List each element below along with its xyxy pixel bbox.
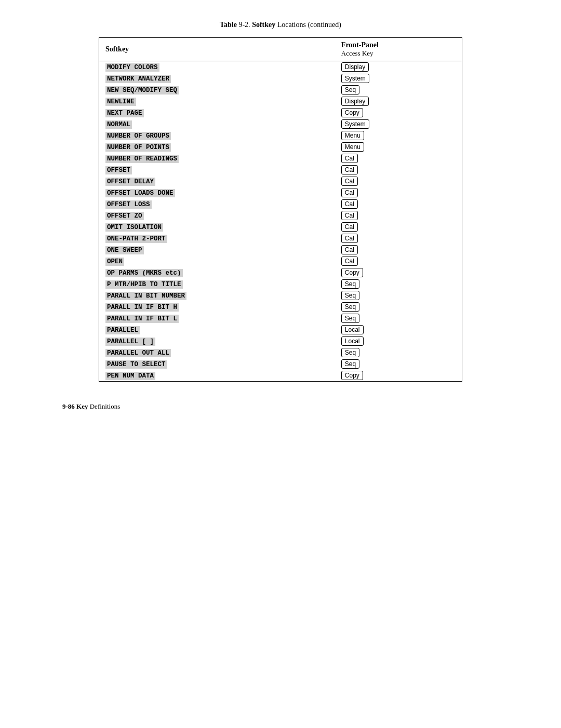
table-row: NUMBER OF POINTSMenu <box>99 141 462 153</box>
key-badge: Seq <box>341 85 359 95</box>
access-key-cell: Cal <box>335 221 462 233</box>
table-row: PARALL IN IF BIT LSeq <box>99 313 462 324</box>
table-row: OP PARMS (MKRS etc)Copy <box>99 267 462 278</box>
table-row: PARALLEL [ ]Local <box>99 335 462 347</box>
softkey-cell: NEWLINE <box>99 96 335 107</box>
table-row: NUMBER OF GROUPSMenu <box>99 130 462 141</box>
softkey-cell: NEXT PAGE <box>99 107 335 118</box>
softkey-cell: NORMAL <box>99 118 335 130</box>
page-title: Table 9-2. Softkey Locations (continued) <box>31 21 530 29</box>
access-key-cell: Seq <box>335 301 462 313</box>
softkey-label: PARALLEL OUT ALL <box>105 349 171 357</box>
softkey-cell: NUMBER OF READINGS <box>99 153 335 164</box>
access-key-cell: Cal <box>335 164 462 176</box>
table-row: PARALLELLocal <box>99 324 462 335</box>
table-row: PARALL IN BIT NUMBERSeq <box>99 290 462 301</box>
access-key-cell: Cal <box>335 233 462 244</box>
softkey-label: OFFSET ZO <box>105 212 144 220</box>
access-key-cell: Cal <box>335 176 462 187</box>
key-badge: Seq <box>341 279 359 289</box>
softkey-label: NUMBER OF GROUPS <box>105 132 171 140</box>
softkey-cell: OMIT ISOLATION <box>99 221 335 233</box>
table-row: NEWLINEDisplay <box>99 96 462 107</box>
table-row: ONE-PATH 2-PORTCal <box>99 233 462 244</box>
access-key-cell: Seq <box>335 278 462 290</box>
key-badge: Seq <box>341 348 359 357</box>
col-frontpanel-header: Front-Panel Access Key <box>335 38 462 61</box>
softkey-cell: PARALL IN IF BIT H <box>99 301 335 313</box>
softkey-cell: PARALLEL OUT ALL <box>99 347 335 358</box>
access-key-cell: Local <box>335 335 462 347</box>
softkey-table: Softkey Front-Panel Access Key MODIFY CO… <box>99 37 462 382</box>
softkey-label: OMIT ISOLATION <box>105 223 163 232</box>
table-row: OFFSET ZOCal <box>99 210 462 221</box>
softkey-cell: NUMBER OF POINTS <box>99 141 335 153</box>
softkey-label: PARALLEL <box>105 326 140 334</box>
title-softkey-bold: Softkey <box>252 21 275 29</box>
page-footer: 9-86 Key Definitions <box>31 402 530 411</box>
key-badge: Cal <box>341 165 358 174</box>
footer-text: Definitions <box>90 402 121 410</box>
key-badge: Cal <box>341 222 358 232</box>
access-key-cell: Seq <box>335 290 462 301</box>
col2-header-main: Front-Panel <box>341 41 379 49</box>
access-key-cell: Cal <box>335 153 462 164</box>
table-row: NEXT PAGECopy <box>99 107 462 118</box>
access-key-cell: Cal <box>335 187 462 198</box>
softkey-label: MODIFY COLORS <box>105 63 159 72</box>
title-number: 9-2. <box>238 21 252 29</box>
softkey-label: PARALL IN IF BIT L <box>105 315 179 323</box>
softkey-cell: PARALLEL <box>99 324 335 335</box>
table-row: NETWORK ANALYZERSystem <box>99 73 462 84</box>
table-row: OFFSET DELAYCal <box>99 176 462 187</box>
softkey-label: OPEN <box>105 258 124 266</box>
softkey-cell: PARALL IN BIT NUMBER <box>99 290 335 301</box>
table-row: P MTR/HPIB TO TITLESeq <box>99 278 462 290</box>
softkey-cell: MODIFY COLORS <box>99 61 335 73</box>
key-badge: System <box>341 119 369 129</box>
access-key-cell: Display <box>335 61 462 73</box>
table-row: OFFSET LOADS DONECal <box>99 187 462 198</box>
key-badge: Local <box>341 325 364 334</box>
softkey-label: ONE SWEEP <box>105 246 144 254</box>
softkey-cell: NETWORK ANALYZER <box>99 73 335 84</box>
softkey-label: OP PARMS (MKRS etc) <box>105 269 183 277</box>
softkey-cell: PEN NUM DATA <box>99 370 335 382</box>
softkey-label: NEXT PAGE <box>105 109 144 117</box>
softkey-label: PAUSE TO SELECT <box>105 360 167 369</box>
access-key-cell: Cal <box>335 210 462 221</box>
softkey-cell: OPEN <box>99 255 335 267</box>
softkey-cell: OP PARMS (MKRS etc) <box>99 267 335 278</box>
table-row: NORMALSystem <box>99 118 462 130</box>
softkey-label: PEN NUM DATA <box>105 372 155 380</box>
access-key-cell: Local <box>335 324 462 335</box>
table-row: PEN NUM DATACopy <box>99 370 462 382</box>
softkey-cell: PARALL IN IF BIT L <box>99 313 335 324</box>
title-suffix: Locations (continued) <box>277 21 341 29</box>
key-badge: Copy <box>341 108 363 117</box>
access-key-cell: Copy <box>335 107 462 118</box>
key-badge: Cal <box>341 154 358 163</box>
col-softkey-header: Softkey <box>99 38 335 61</box>
access-key-cell: System <box>335 73 462 84</box>
softkey-cell: ONE SWEEP <box>99 244 335 255</box>
table-row: PAUSE TO SELECTSeq <box>99 358 462 370</box>
softkey-cell: OFFSET LOADS DONE <box>99 187 335 198</box>
key-badge: Cal <box>341 177 358 186</box>
softkey-cell: P MTR/HPIB TO TITLE <box>99 278 335 290</box>
softkey-cell: OFFSET LOSS <box>99 198 335 210</box>
table-row: OFFSETCal <box>99 164 462 176</box>
key-badge: Copy <box>341 268 363 277</box>
softkey-label: ONE-PATH 2-PORT <box>105 235 167 243</box>
table-row: MODIFY COLORSDisplay <box>99 61 462 73</box>
softkey-cell: OFFSET <box>99 164 335 176</box>
table-row: PARALL IN IF BIT HSeq <box>99 301 462 313</box>
softkey-cell: PAUSE TO SELECT <box>99 358 335 370</box>
access-key-cell: Seq <box>335 84 462 96</box>
key-badge: Cal <box>341 234 358 243</box>
table-row: ONE SWEEPCal <box>99 244 462 255</box>
key-badge: Copy <box>341 371 363 380</box>
softkey-label: NEWLINE <box>105 98 136 106</box>
key-badge: Display <box>341 97 369 106</box>
access-key-cell: Seq <box>335 347 462 358</box>
